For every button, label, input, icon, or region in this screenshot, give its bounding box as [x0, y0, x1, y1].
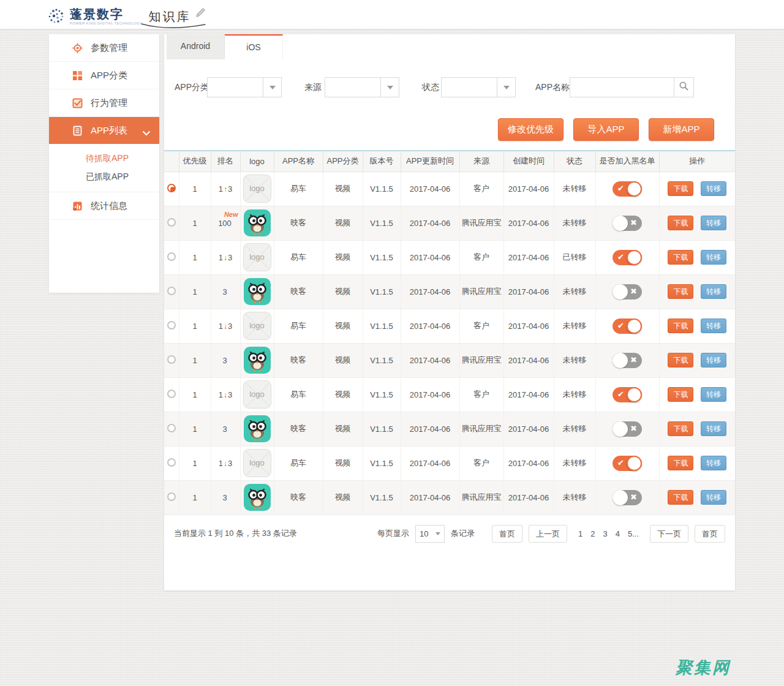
column-header: 是否加入黑名单 [595, 151, 659, 172]
download-button[interactable]: 下载 [668, 456, 693, 470]
blacklist-toggle[interactable]: ✔ ✖ [612, 250, 642, 265]
transfer-button[interactable]: 转移 [701, 181, 726, 196]
app-name-cell: 映客 [274, 206, 323, 240]
transfer-button[interactable]: 转移 [701, 456, 726, 470]
sidebar-subitem-fetched-apps[interactable]: 已抓取APP [49, 167, 159, 186]
download-button[interactable]: 下载 [668, 181, 693, 196]
transfer-button[interactable]: 转移 [701, 318, 726, 333]
column-header: 来源 [459, 151, 503, 172]
page-number[interactable]: 4 [616, 529, 620, 538]
sidebar-item-app-list[interactable]: APP列表 [49, 117, 159, 144]
add-app-button[interactable]: 新增APP [649, 118, 714, 141]
sidebar-item-behavior[interactable]: 行为管理 [49, 89, 159, 117]
sidebar-item-statistics[interactable]: 统计信息 [49, 192, 159, 220]
last-page-button[interactable]: 首页 [695, 525, 725, 543]
modify-priority-button[interactable]: 修改优先级 [498, 118, 564, 141]
cross-icon: ✖ [630, 492, 637, 502]
download-button[interactable]: 下载 [668, 353, 693, 368]
row-select-radio[interactable] [167, 287, 176, 295]
priority-cell: 1 [179, 240, 211, 274]
blacklist-toggle[interactable]: ✔ ✖ [612, 353, 642, 368]
transfer-button[interactable]: 转移 [701, 421, 726, 436]
status-cell: 未转移 [554, 274, 595, 309]
updated-cell: 2017-04-06 [401, 343, 459, 377]
category-filter-label: APP分类 [175, 82, 209, 93]
row-select-radio[interactable] [167, 390, 176, 398]
sidebar-item-app-category[interactable]: APP分类 [49, 62, 159, 89]
priority-cell: 1 [179, 480, 211, 514]
sidebar-item-label: 统计信息 [91, 200, 127, 212]
row-select-radio[interactable] [167, 458, 176, 467]
next-page-button[interactable]: 下一页 [650, 525, 688, 543]
rank-value: 1 [219, 253, 223, 262]
blacklist-toggle[interactable]: ✔ ✖ [612, 284, 642, 300]
download-button[interactable]: 下载 [668, 250, 693, 265]
blacklist-toggle[interactable]: ✔ ✖ [612, 490, 642, 505]
status-cell: 未转移 [554, 480, 595, 514]
app-name-input[interactable] [570, 77, 674, 97]
download-button[interactable]: 下载 [668, 284, 693, 299]
page-number[interactable]: 2 [590, 529, 595, 538]
download-button[interactable]: 下载 [668, 318, 693, 333]
rank-delta: 3 [228, 322, 232, 331]
row-select-radio[interactable] [167, 218, 176, 227]
download-button[interactable]: 下载 [668, 216, 693, 230]
blacklist-toggle[interactable]: ✔ ✖ [612, 387, 642, 402]
sidebar-item-params[interactable]: 参数管理 [49, 34, 159, 62]
cross-icon: ✖ [630, 287, 637, 296]
blacklist-toggle[interactable]: ✔ ✖ [612, 456, 642, 471]
row-select-radio[interactable] [167, 355, 176, 364]
row-select-radio[interactable] [167, 252, 176, 261]
app-name-filter-label: APP名称 [535, 82, 570, 93]
created-cell: 2017-04-06 [503, 309, 554, 343]
blacklist-toggle[interactable]: ✔ ✖ [612, 181, 642, 197]
search-button[interactable] [674, 77, 694, 97]
page-number[interactable]: 1 [578, 529, 582, 538]
download-button[interactable]: 下载 [668, 490, 693, 505]
blacklist-toggle[interactable]: ✔ ✖ [612, 318, 642, 334]
per-page-select[interactable]: 10 [415, 525, 445, 543]
source-select-value [325, 78, 380, 97]
page-number[interactable]: 5... [628, 529, 639, 538]
prev-page-button[interactable]: 上一页 [529, 525, 567, 543]
download-button[interactable]: 下载 [668, 421, 693, 436]
owl-app-icon [243, 277, 271, 306]
blacklist-toggle[interactable]: ✔ ✖ [612, 421, 642, 437]
category-select[interactable] [207, 77, 282, 97]
transfer-button[interactable]: 转移 [701, 284, 726, 299]
transfer-button[interactable]: 转移 [701, 353, 726, 368]
tab-ios[interactable]: iOS [225, 34, 283, 59]
owl-app-icon [243, 346, 271, 374]
sidebar-subitem-pending-apps[interactable]: 待抓取APP [49, 149, 159, 167]
import-app-button[interactable]: 导入APP [573, 118, 639, 141]
row-select-radio[interactable] [167, 184, 176, 192]
rank-cell: New 100 [211, 206, 240, 240]
status-filter-label: 状态 [422, 82, 439, 93]
transfer-button[interactable]: 转移 [701, 250, 726, 265]
toggle-knob [627, 250, 642, 265]
row-select-radio[interactable] [167, 492, 176, 501]
grid-icon [72, 70, 83, 81]
source-select[interactable] [325, 77, 399, 97]
toggle-knob [612, 216, 628, 231]
download-button[interactable]: 下载 [668, 387, 693, 402]
transfer-button[interactable]: 转移 [701, 387, 726, 402]
toggle-knob [627, 181, 642, 197]
tab-android[interactable]: Android [167, 34, 225, 59]
rank-delta: 3 [228, 184, 232, 194]
status-select[interactable] [441, 77, 516, 97]
row-select-radio[interactable] [167, 321, 176, 330]
transfer-button[interactable]: 转移 [701, 490, 726, 505]
transfer-button[interactable]: 转移 [701, 216, 726, 230]
toggle-knob [612, 490, 628, 505]
rank-cell: 1↓3 [211, 446, 240, 480]
owl-app-icon [243, 483, 271, 511]
rank-value: 3 [222, 356, 227, 365]
version-cell: V1.1.5 [363, 343, 401, 377]
version-cell: V1.1.5 [363, 377, 401, 412]
row-select-radio[interactable] [167, 424, 176, 432]
source-cell: 客户 [459, 240, 503, 274]
blacklist-toggle[interactable]: ✔ ✖ [612, 216, 642, 231]
first-page-button[interactable]: 首页 [492, 525, 522, 543]
page-number[interactable]: 3 [603, 529, 607, 538]
